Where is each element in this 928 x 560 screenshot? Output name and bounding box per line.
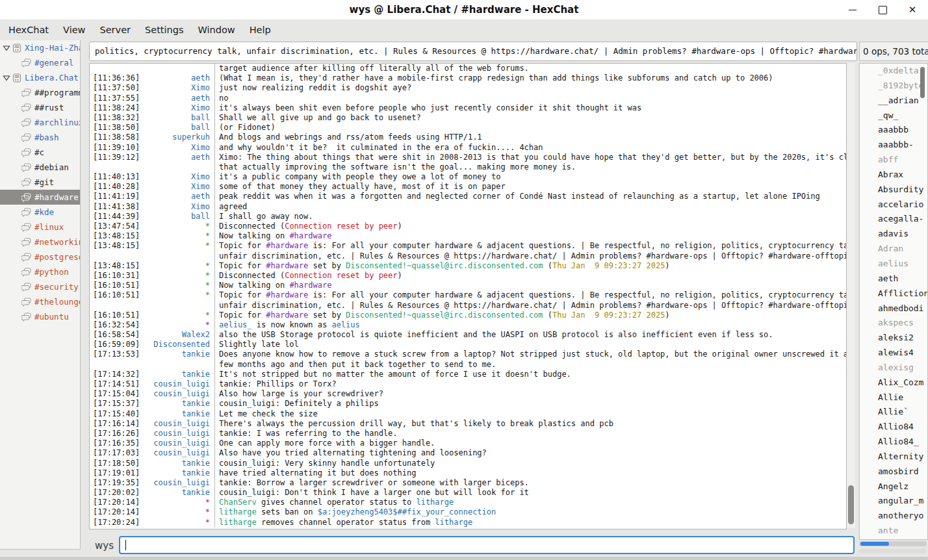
user-list-item[interactable]: aaabbb- bbox=[860, 138, 927, 153]
tree-channel--debian[interactable]: #debian bbox=[0, 160, 80, 175]
user-list-item[interactable]: Adran bbox=[860, 242, 927, 257]
tree-channel--thelounge[interactable]: #thelounge bbox=[0, 294, 80, 309]
menu-item-server[interactable]: Server bbox=[92, 19, 138, 40]
timestamp: [13:48:15] bbox=[90, 231, 145, 241]
tree-channel--hardware[interactable]: #hardware bbox=[0, 190, 80, 205]
menu-item-hexchat[interactable]: HexChat bbox=[1, 19, 56, 40]
message-text: it's always been shit even before people… bbox=[214, 103, 846, 113]
user-list-item[interactable]: aaabbb bbox=[860, 123, 927, 138]
tree-channel--archlinux[interactable]: #archlinux bbox=[0, 115, 80, 130]
menu-item-view[interactable]: View bbox=[56, 19, 92, 40]
user-list-item[interactable]: __adrian bbox=[860, 94, 927, 108]
message-text: It's not stripped but no matter the amou… bbox=[214, 370, 846, 379]
user-list-item[interactable]: amosbird bbox=[860, 465, 927, 479]
tree-channel--postgresql[interactable]: #postgresql bbox=[0, 249, 80, 264]
tree-channel--git[interactable]: #git bbox=[0, 175, 80, 190]
tree-channel--c[interactable]: #c bbox=[0, 145, 80, 160]
chat-scrollbar[interactable] bbox=[847, 63, 855, 528]
user-list-item[interactable]: aleksi2 bbox=[860, 331, 927, 346]
message-text: Also how large is your screwdriver? bbox=[214, 389, 846, 399]
message-input[interactable] bbox=[119, 536, 855, 554]
tree-channel--bash[interactable]: #bash bbox=[0, 130, 80, 145]
chat-line: [11:44:39]ballI shall go away now. bbox=[90, 212, 846, 222]
own-nick-label[interactable]: wys bbox=[95, 538, 114, 554]
user-list-item[interactable]: Allio84_ bbox=[860, 435, 927, 450]
tree-channel--general[interactable]: #general bbox=[0, 55, 80, 70]
user-list-item[interactable]: Absurdity bbox=[860, 183, 927, 197]
chat-line: [16:32:54]*aelius_ is now known as aeliu… bbox=[90, 320, 846, 330]
user-list-hscrollbar[interactable] bbox=[859, 541, 927, 546]
user-list-item[interactable]: alewis4 bbox=[860, 346, 927, 361]
tree-channel--rust[interactable]: ##rust bbox=[0, 100, 80, 115]
timestamp: [16:10:51] bbox=[90, 311, 145, 320]
tree-channel--programming[interactable]: ##programming bbox=[0, 85, 80, 100]
menu-item-window[interactable]: Window bbox=[191, 19, 242, 40]
channel-icon bbox=[21, 253, 31, 262]
message-text: Topic for #hardware is: For all your com… bbox=[214, 290, 846, 300]
tree-channel--security[interactable]: #security bbox=[0, 279, 80, 294]
timestamp: [11:41:38] bbox=[90, 202, 145, 212]
user-list-item[interactable]: accelario bbox=[860, 197, 927, 212]
nick: Ximo bbox=[145, 83, 214, 93]
maximize-icon[interactable] bbox=[877, 5, 888, 15]
message-text: Shall we all give up and go back to usen… bbox=[214, 113, 846, 123]
nick: tankie bbox=[145, 399, 214, 409]
user-list-item[interactable]: _0xdelta bbox=[860, 64, 927, 79]
user-list-item[interactable]: adavis bbox=[860, 227, 927, 242]
user-list-item[interactable]: _qw_ bbox=[860, 108, 927, 123]
user-list-item[interactable]: acegalla- bbox=[860, 212, 927, 227]
timestamp: [11:40:13] bbox=[90, 172, 145, 182]
user-list-item[interactable]: Allie bbox=[860, 390, 927, 405]
user-list-item[interactable]: _8192byte bbox=[860, 79, 927, 94]
menu-item-settings[interactable]: Settings bbox=[138, 19, 190, 40]
tree-server-libera-chat[interactable]: Libera.Chat bbox=[0, 70, 80, 85]
message-text: Topic for #hardware is: For all your com… bbox=[214, 241, 846, 251]
message-segment: Disconsented!~quassel@irc.disconsented.c… bbox=[346, 261, 543, 270]
user-list-item[interactable]: Alix_Cozm bbox=[860, 375, 927, 390]
user-list-item[interactable]: Allie` bbox=[860, 405, 927, 420]
tree-channel--networking[interactable]: #networking bbox=[0, 235, 80, 249]
tree-server-xing-hai-zhan[interactable]: Xing-Hai-Zhan bbox=[0, 40, 80, 55]
tree-item-label: #security bbox=[34, 282, 79, 292]
timestamp bbox=[90, 251, 145, 261]
chat-scrollbar-handle[interactable] bbox=[848, 485, 854, 524]
timestamp: [13:48:15] bbox=[90, 241, 145, 251]
tree-item-label: Libera.Chat bbox=[25, 73, 79, 83]
menu-item-help[interactable]: Help bbox=[242, 19, 278, 40]
tree-item-label: #general bbox=[34, 58, 73, 68]
chat-line: [11:40:28]Ximosome of that money they ac… bbox=[90, 182, 846, 192]
tree-channel--ubuntu[interactable]: #ubuntu bbox=[0, 309, 80, 324]
user-list-item[interactable]: alexisg bbox=[860, 361, 927, 375]
user-list-vscrollbar-handle[interactable] bbox=[920, 67, 925, 98]
user-list-item[interactable]: ahmedbodi bbox=[860, 301, 927, 316]
user-list-hscrollbar-track[interactable] bbox=[859, 549, 927, 554]
user-list-item[interactable]: abff bbox=[860, 153, 927, 168]
message-text: unfair discrimination, etc. | Rules & Re… bbox=[214, 251, 846, 261]
expander-icon[interactable] bbox=[3, 74, 12, 82]
tree-channel--python[interactable]: #python bbox=[0, 264, 80, 279]
expander-icon[interactable] bbox=[3, 44, 12, 52]
message-segment: Shall we all give up and go back to usen… bbox=[219, 113, 421, 122]
user-list-item[interactable]: Allio84 bbox=[860, 420, 927, 435]
user-list-item[interactable]: Affliction bbox=[860, 286, 927, 301]
window-bottom-edge bbox=[0, 557, 928, 560]
chat-line: [11:41:19]aethpeak reddit was when it wa… bbox=[90, 192, 846, 201]
user-list-item[interactable]: aelius bbox=[860, 257, 927, 272]
user-list-item[interactable]: angular_m bbox=[860, 494, 927, 509]
tree-channel--kde[interactable]: #kde bbox=[0, 205, 80, 220]
minimize-icon[interactable] bbox=[847, 5, 858, 15]
user-list-item[interactable]: aeth bbox=[860, 272, 927, 286]
timestamp: [16:10:31] bbox=[90, 271, 145, 281]
user-list-item[interactable]: anotheryo bbox=[860, 509, 927, 524]
user-list-item[interactable]: ante bbox=[860, 524, 927, 539]
user-list-item[interactable]: Alternity bbox=[860, 450, 927, 465]
topic-input[interactable]: politics, cryptocurrency talk, unfair di… bbox=[89, 42, 857, 61]
user-list-vscrollbar[interactable] bbox=[920, 64, 925, 227]
close-icon[interactable]: ✕ bbox=[907, 5, 918, 15]
user-list-item[interactable]: akspecs bbox=[860, 316, 927, 331]
user-list-item[interactable]: Angelz bbox=[860, 479, 927, 494]
user-list-item[interactable]: Abrax bbox=[860, 168, 927, 183]
user-list-hscrollbar-handle[interactable] bbox=[860, 542, 889, 546]
message-text: unfair discrimination, etc. | Rules & Re… bbox=[214, 301, 846, 311]
tree-channel--linux[interactable]: #linux bbox=[0, 220, 80, 235]
